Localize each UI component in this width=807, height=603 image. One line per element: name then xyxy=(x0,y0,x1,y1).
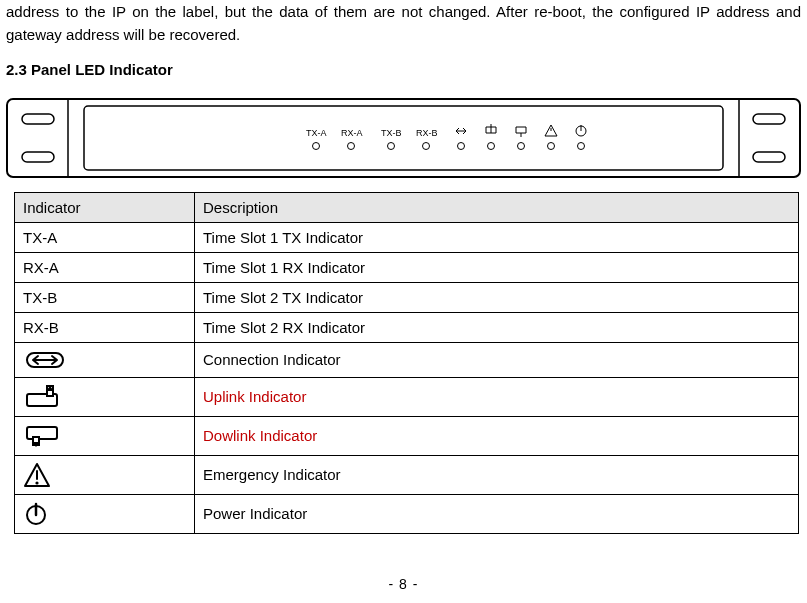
cell-description: Time Slot 1 TX Indicator xyxy=(195,222,799,252)
cell-description: Time Slot 2 TX Indicator xyxy=(195,282,799,312)
table-row: TX-B Time Slot 2 TX Indicator xyxy=(15,282,799,312)
cell-indicator xyxy=(15,377,195,416)
table-header-row: Indicator Description xyxy=(15,192,799,222)
svg-rect-7 xyxy=(84,106,723,170)
svg-rect-5 xyxy=(753,114,785,124)
svg-point-25 xyxy=(35,481,38,484)
svg-point-11 xyxy=(423,142,430,149)
table-row: Emergency Indicator xyxy=(15,455,799,494)
cell-indicator xyxy=(15,455,195,494)
cell-description: Emergency Indicator xyxy=(195,455,799,494)
th-description: Description xyxy=(195,192,799,222)
emergency-icon xyxy=(23,462,51,488)
table-row: TX-A Time Slot 1 TX Indicator xyxy=(15,222,799,252)
cell-indicator: TX-B xyxy=(15,282,195,312)
svg-point-16 xyxy=(578,142,585,149)
section-heading: 2.3 Panel LED Indicator xyxy=(6,61,801,78)
table-row: RX-A Time Slot 1 RX Indicator xyxy=(15,252,799,282)
cell-indicator xyxy=(15,494,195,533)
cell-description: Time Slot 2 RX Indicator xyxy=(195,312,799,342)
svg-point-10 xyxy=(388,142,395,149)
svg-point-8 xyxy=(313,142,320,149)
svg-rect-4 xyxy=(22,152,54,162)
connection-icon xyxy=(23,349,67,371)
panel-label-txa: TX-A xyxy=(306,128,327,138)
svg-point-13 xyxy=(488,142,495,149)
table-row: RX-B Time Slot 2 RX Indicator xyxy=(15,312,799,342)
power-icon xyxy=(23,501,49,527)
uplink-icon xyxy=(23,384,63,410)
svg-point-12 xyxy=(458,142,465,149)
panel-illustration: TX-A RX-A TX-B RX-B xyxy=(6,98,801,178)
cell-description: Time Slot 1 RX Indicator xyxy=(195,252,799,282)
svg-point-9 xyxy=(348,142,355,149)
table-row: Connection Indicator xyxy=(15,342,799,377)
cell-indicator xyxy=(15,342,195,377)
panel-label-rxa: RX-A xyxy=(341,128,363,138)
panel-label-txb: TX-B xyxy=(381,128,402,138)
table-row: Uplink Indicator xyxy=(15,377,799,416)
page-number: - 8 - xyxy=(6,576,801,592)
cell-indicator: RX-B xyxy=(15,312,195,342)
downlink-icon xyxy=(23,423,63,449)
panel-label-rxb: RX-B xyxy=(416,128,438,138)
indicator-table: Indicator Description TX-A Time Slot 1 T… xyxy=(14,192,799,534)
svg-point-15 xyxy=(548,142,555,149)
svg-rect-3 xyxy=(22,114,54,124)
th-indicator: Indicator xyxy=(15,192,195,222)
cell-indicator xyxy=(15,416,195,455)
table-row: Dowlink Indicator xyxy=(15,416,799,455)
cell-description: Uplink Indicator xyxy=(195,377,799,416)
cell-description: Power Indicator xyxy=(195,494,799,533)
svg-point-14 xyxy=(518,142,525,149)
table-row: Power Indicator xyxy=(15,494,799,533)
intro-paragraph: address to the IP on the label, but the … xyxy=(6,0,801,47)
svg-rect-22 xyxy=(27,427,57,439)
svg-rect-0 xyxy=(7,99,800,177)
cell-indicator: RX-A xyxy=(15,252,195,282)
cell-description: Connection Indicator xyxy=(195,342,799,377)
svg-rect-6 xyxy=(753,152,785,162)
cell-description: Dowlink Indicator xyxy=(195,416,799,455)
cell-indicator: TX-A xyxy=(15,222,195,252)
